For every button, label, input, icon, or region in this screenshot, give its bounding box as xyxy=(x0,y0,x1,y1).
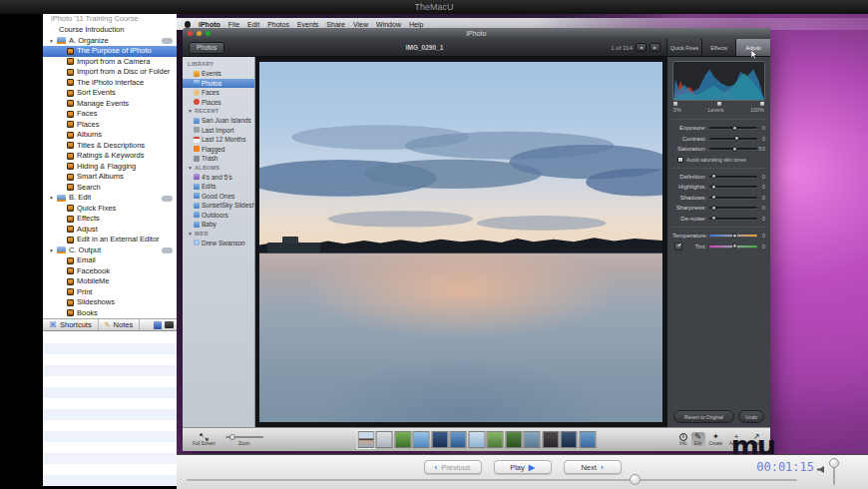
volume-knob[interactable] xyxy=(829,458,839,468)
menu-iphoto[interactable]: iPhoto xyxy=(199,21,220,28)
slider-knob[interactable] xyxy=(732,147,737,152)
course-item[interactable]: Edit in an External Editor xyxy=(43,235,177,245)
source-item[interactable]: Drew Swanson xyxy=(183,239,254,248)
menu-share[interactable]: Share xyxy=(326,21,345,28)
zoom-slider[interactable]: Zoom xyxy=(225,436,263,447)
course-item[interactable]: Facebook xyxy=(43,266,177,277)
slider-track[interactable] xyxy=(709,176,757,178)
slider-track[interactable] xyxy=(709,138,757,140)
slider-track[interactable] xyxy=(709,148,757,150)
course-item[interactable]: Smart Albums xyxy=(43,172,177,183)
checkbox[interactable] xyxy=(677,157,683,163)
slider-knob[interactable] xyxy=(711,206,716,211)
zoom-knob[interactable] xyxy=(229,434,235,440)
create-button[interactable]: ✦Create xyxy=(709,433,723,447)
info-button[interactable]: iInfo xyxy=(679,433,687,447)
source-item-events[interactable]: Events xyxy=(183,69,254,79)
apple-menu-icon[interactable] xyxy=(185,21,191,28)
course-item[interactable]: Slideshows xyxy=(43,297,177,308)
photos-back-button[interactable]: Photos xyxy=(189,42,224,54)
slider-knob[interactable] xyxy=(711,216,716,221)
minimize-icon[interactable] xyxy=(197,31,202,36)
next-photo-button[interactable]: ▶ xyxy=(650,43,660,52)
course-item[interactable]: Quick Fixes xyxy=(43,204,177,215)
photo-thumbnail[interactable] xyxy=(487,431,504,448)
source-item[interactable]: Flagged xyxy=(183,145,254,155)
course-item[interactable]: Print xyxy=(43,287,177,298)
source-group-header[interactable]: ▼ALBUMS xyxy=(183,164,254,173)
levels-mid-point-handle[interactable] xyxy=(717,102,721,106)
slider-knob[interactable] xyxy=(734,136,739,141)
source-item[interactable]: SunsetSky Slideshow xyxy=(183,201,254,211)
slider-track[interactable] xyxy=(709,218,757,220)
photo-thumbnail[interactable] xyxy=(468,431,485,448)
tab-effects[interactable]: Effects xyxy=(701,39,736,56)
notes-area[interactable] xyxy=(43,332,177,486)
disclosure-triangle-icon[interactable]: ▼ xyxy=(188,107,193,116)
slider-knob[interactable] xyxy=(711,185,716,190)
slider-knob[interactable] xyxy=(732,234,737,239)
slider-track[interactable] xyxy=(709,127,757,129)
revert-to-original-button[interactable]: Revert to Original xyxy=(673,410,734,423)
disclosure-triangle-icon[interactable]: ▼ xyxy=(49,36,55,47)
source-item[interactable]: Trash xyxy=(183,154,254,164)
disclosure-triangle-icon[interactable]: ▼ xyxy=(49,193,55,204)
previous-lesson-button[interactable]: ‹Previous xyxy=(424,460,482,474)
menu-edit[interactable]: Edit xyxy=(247,21,259,28)
slider-track[interactable] xyxy=(709,235,757,237)
photo-thumbnail[interactable] xyxy=(579,431,596,448)
slider-track[interactable] xyxy=(709,245,757,247)
course-item[interactable]: Ratings & Keywords xyxy=(43,151,177,162)
course-item[interactable]: Manage Events xyxy=(43,99,177,110)
source-item-photos[interactable]: Photos xyxy=(183,79,254,89)
disclosure-triangle-icon[interactable]: ▼ xyxy=(49,245,55,256)
disclosure-triangle-icon[interactable]: ▼ xyxy=(188,164,193,173)
course-item[interactable]: Email xyxy=(43,255,177,266)
source-item[interactable]: Edits xyxy=(183,182,254,192)
photo-thumbnail[interactable] xyxy=(413,431,430,448)
course-item[interactable]: Import from a Camera xyxy=(43,57,177,68)
source-item[interactable]: Outdoors xyxy=(183,211,254,221)
photo-thumbnail[interactable] xyxy=(505,431,522,448)
photo-sunset-lake[interactable] xyxy=(259,62,662,422)
photo-thumbnail[interactable] xyxy=(431,431,448,448)
course-item[interactable]: MobileMe xyxy=(43,276,177,287)
levels-black-point-handle[interactable] xyxy=(673,102,677,106)
photo-thumbnail[interactable] xyxy=(524,431,541,448)
course-item[interactable]: Import from a Disc or Folder xyxy=(43,67,177,78)
photo-thumbnail-selected[interactable] xyxy=(357,431,374,448)
slider-knob[interactable] xyxy=(711,195,716,200)
tab-quick-fixes[interactable]: Quick Fixes xyxy=(666,39,701,56)
source-item[interactable]: Last 12 Months xyxy=(183,135,254,145)
source-item[interactable]: San Juan Islands xyxy=(183,116,254,126)
course-item[interactable]: Albums xyxy=(43,130,177,141)
full-screen-button[interactable]: Full Screen xyxy=(193,433,216,447)
course-item[interactable]: Search xyxy=(43,183,177,194)
source-item-places[interactable]: Places xyxy=(183,98,254,108)
menu-events[interactable]: Events xyxy=(297,21,318,28)
source-item[interactable]: Good Ones xyxy=(183,192,254,202)
course-intro-item[interactable]: Course Introduction xyxy=(43,25,177,36)
save-icon[interactable] xyxy=(154,321,162,329)
photo-thumbnail[interactable] xyxy=(376,431,393,448)
course-item[interactable]: Faces xyxy=(43,109,177,120)
iphoto-titlebar[interactable]: iPhoto xyxy=(183,28,770,39)
source-item[interactable]: Last Import xyxy=(183,126,254,136)
section-edit[interactable]: ▼ B. Edit xyxy=(43,193,177,204)
source-item[interactable]: Baby xyxy=(183,220,254,230)
disclosure-triangle-icon[interactable]: ▼ xyxy=(188,230,193,239)
tab-notes[interactable]: ✎Notes xyxy=(99,319,140,330)
photo-thumbnail[interactable] xyxy=(561,431,578,448)
menu-view[interactable]: View xyxy=(353,21,368,28)
slider-track[interactable] xyxy=(709,197,757,199)
eyedropper-icon[interactable] xyxy=(674,243,682,250)
photo-thumbnail[interactable] xyxy=(450,431,467,448)
course-item[interactable]: Books xyxy=(43,308,177,319)
course-item[interactable]: Hiding & Flagging xyxy=(43,162,177,173)
slider-knob[interactable] xyxy=(732,244,737,248)
edit-button[interactable]: ✎Edit xyxy=(691,432,705,448)
undo-button[interactable]: Undo xyxy=(738,410,764,423)
slider-track[interactable] xyxy=(709,207,757,209)
course-item[interactable]: Titles & Descriptions xyxy=(43,141,177,152)
play-button[interactable]: Play▶ xyxy=(494,460,552,474)
